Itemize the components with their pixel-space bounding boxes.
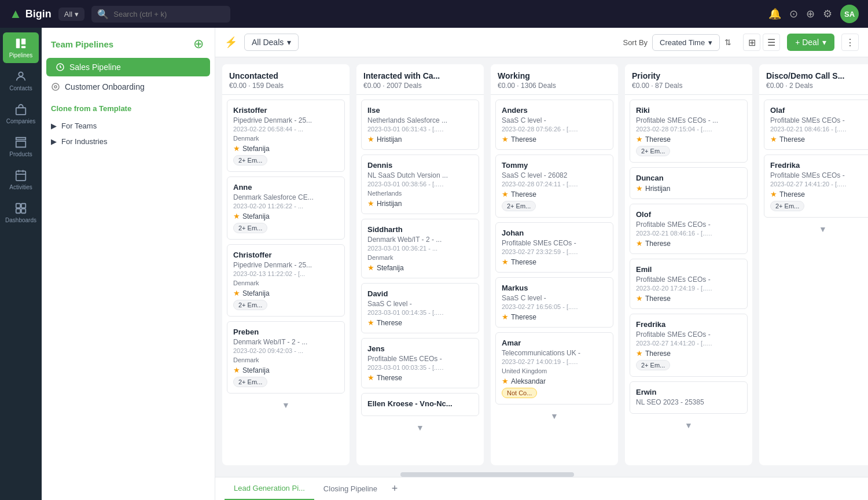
- filter-icon[interactable]: ⚡: [225, 36, 237, 49]
- deal-company-1-1: NL SaaS Dutch Version ...: [367, 171, 473, 179]
- template-for-teams[interactable]: ▶ For Teams: [42, 118, 215, 134]
- sidebar-item-products[interactable]: Products: [3, 131, 39, 162]
- deal-card-1-4[interactable]: JensProfitable SMEs CEOs -2023-03-01 00:…: [361, 338, 479, 388]
- add-pipeline-button[interactable]: ⊕: [192, 37, 205, 51]
- sort-order-icon[interactable]: ⇅: [724, 38, 731, 47]
- search-icon: 🔍: [97, 9, 109, 20]
- scroll-indicator-1[interactable]: ▼: [361, 421, 479, 435]
- deal-card-2-4[interactable]: AmarTelecommunications UK -2023-02-27 14…: [495, 332, 613, 405]
- scroll-indicator-2[interactable]: ▼: [495, 409, 613, 423]
- deal-card-0-2[interactable]: ChristofferPipedrive Denmark - 25...2023…: [227, 244, 345, 317]
- deal-card-0-3[interactable]: PrebenDenmark Web/IT - 2 - ...2023-02-20…: [227, 321, 345, 394]
- main-layout: Pipelines Contacts Companies Products Ac…: [0, 28, 868, 500]
- scroll-thumb[interactable]: [400, 472, 574, 477]
- owner-icon-2-2: ★: [502, 258, 509, 266]
- deal-tag-0-3[interactable]: 2+ Em...: [233, 377, 267, 387]
- deal-card-1-5[interactable]: Ellen Kroese - Vno-Nc...: [361, 393, 479, 416]
- sidebar-label-dashboards: Dashboards: [5, 217, 36, 223]
- more-options-button[interactable]: ⋮: [841, 34, 859, 51]
- all-deals-button[interactable]: All Deals ▾: [244, 34, 299, 51]
- deal-owner-2-2: ★Therese: [502, 258, 607, 266]
- sidebar-label-contacts: Contacts: [9, 85, 32, 91]
- deal-tag-0-1[interactable]: 2+ Em...: [233, 223, 267, 233]
- sidebar-item-companies[interactable]: Companies: [3, 98, 39, 129]
- deal-name-3-3: Emil: [636, 265, 741, 274]
- clone-section-header: Clone from a Template: [42, 96, 215, 118]
- owner-icon-0-2: ★: [233, 289, 240, 297]
- deal-card-3-1[interactable]: Duncan★Hristijan: [630, 167, 748, 199]
- add-deal-button[interactable]: + Deal ▾: [787, 34, 834, 51]
- deal-company-2-0: SaaS C level -: [502, 116, 607, 124]
- scroll-indicator-3[interactable]: ▼: [630, 418, 748, 432]
- deal-card-2-2[interactable]: JohanProfitable SMEs CEOs -2023-02-27 23…: [495, 222, 613, 273]
- all-dropdown[interactable]: All ▾: [58, 8, 84, 21]
- deal-card-0-0[interactable]: KristofferPipedrive Denmark - 25...2023-…: [227, 100, 345, 172]
- notification-icon[interactable]: 🔔: [768, 8, 781, 20]
- deal-country-1-1: Netherlands: [367, 190, 473, 197]
- add-icon[interactable]: ⊕: [806, 8, 815, 20]
- svg-rect-5: [16, 171, 26, 181]
- deal-company-1-2: Denmark Web/IT - 2 - ...: [367, 236, 473, 244]
- bottom-tab-lead-generation[interactable]: Lead Generation Pi...: [225, 477, 314, 500]
- deal-company-2-3: SaaS C level -: [502, 294, 607, 302]
- deal-card-0-1[interactable]: AnneDenmark Salesforce CE...2023-02-20 1…: [227, 177, 345, 240]
- column-cards-3: RikiProfitable SMEs CEOs - ...2023-02-28…: [625, 95, 752, 465]
- deal-card-3-2[interactable]: OlofProfitable SMEs CEOs -2023-02-21 08:…: [630, 204, 748, 254]
- deal-card-2-0[interactable]: AndersSaaS C level -2023-02-28 07:56:26 …: [495, 100, 613, 150]
- deal-company-3-4: Profitable SMEs CEOs -: [636, 330, 741, 339]
- deal-tag-3-4[interactable]: 2+ Em...: [636, 360, 670, 370]
- scroll-bar-area[interactable]: [215, 472, 868, 477]
- deal-card-3-0[interactable]: RikiProfitable SMEs CEOs - ...2023-02-28…: [630, 100, 748, 163]
- deal-card-3-4[interactable]: FredrikaProfitable SMEs CEOs -2023-02-27…: [630, 314, 748, 377]
- bottom-bar: Lead Generation Pi... Closing Pipeline +: [215, 477, 868, 500]
- deal-card-2-3[interactable]: MarkusSaaS C level -2023-02-27 16:56:05 …: [495, 277, 613, 328]
- chevron-for-industries: ▶: [51, 137, 57, 146]
- deal-card-3-3[interactable]: EmilProfitable SMEs CEOs -2023-02-20 17:…: [630, 259, 748, 309]
- avatar[interactable]: SA: [840, 5, 859, 23]
- deal-country-0-0: Denmark: [233, 135, 339, 142]
- search-input[interactable]: [113, 10, 225, 19]
- deal-tag-2-4[interactable]: Not Co...: [502, 388, 537, 398]
- scroll-indicator-0[interactable]: ▼: [227, 398, 345, 412]
- deal-name-1-1: Dennis: [367, 161, 473, 170]
- deal-card-3-5[interactable]: ErwinNL SEO 2023 - 25385: [630, 381, 748, 414]
- bottom-tab-closing[interactable]: Closing Pipeline: [314, 477, 387, 500]
- sort-field-dropdown[interactable]: Created Time ▾: [652, 34, 720, 51]
- deal-card-4-0[interactable]: OlafProfitable SMEs CEOs -2023-02-21 08:…: [764, 100, 868, 150]
- kanban-view-button[interactable]: ⊞: [743, 34, 760, 51]
- deal-card-2-1[interactable]: TommySaaS C level - 260822023-02-28 07:2…: [495, 155, 613, 218]
- deal-tag-0-2[interactable]: 2+ Em...: [233, 300, 267, 310]
- deal-date-0-1: 2023-02-20 11:26:22 - ...: [233, 203, 339, 209]
- search-bar[interactable]: 🔍: [91, 6, 230, 23]
- deal-tag-2-1[interactable]: 2+ Em...: [502, 201, 536, 211]
- deal-tag-0-0[interactable]: 2+ Em...: [233, 155, 267, 166]
- sidebar-item-dashboards[interactable]: Dashboards: [3, 197, 39, 228]
- column-title-3: Priority: [632, 71, 745, 80]
- scroll-indicator-4[interactable]: ▼: [764, 222, 868, 236]
- deal-card-1-0[interactable]: IlseNetherlands Salesforce ...2023-03-01…: [361, 100, 479, 150]
- logo: ▲ Bigin: [9, 6, 52, 21]
- sidebar-item-activities[interactable]: Activities: [3, 164, 39, 195]
- deal-company-3-0: Profitable SMEs CEOs - ...: [636, 116, 741, 124]
- owner-icon-0-1: ★: [233, 212, 240, 220]
- template-for-industries[interactable]: ▶ For Industries: [42, 134, 215, 149]
- sidebar-item-pipelines[interactable]: Pipelines: [3, 32, 39, 63]
- deal-country-1-2: Denmark: [367, 254, 473, 261]
- deal-card-1-2[interactable]: SiddharthDenmark Web/IT - 2 - ...2023-03…: [361, 219, 479, 278]
- sidebar-item-contacts[interactable]: Contacts: [3, 65, 39, 96]
- pipeline-item-sales[interactable]: Sales Pipeline: [46, 58, 210, 76]
- bottom-add-tab-button[interactable]: +: [387, 481, 403, 497]
- settings-icon[interactable]: ⚙: [823, 8, 832, 20]
- list-view-button[interactable]: ☰: [763, 34, 780, 51]
- deal-owner-1-2: ★Stefanija: [367, 263, 473, 272]
- deal-card-1-1[interactable]: DennisNL SaaS Dutch Version ...2023-03-0…: [361, 155, 479, 214]
- deal-card-4-1[interactable]: FredrikaProfitable SMEs CEOs -2023-02-27…: [764, 155, 868, 218]
- deal-card-1-3[interactable]: DavidSaaS C level -2023-03-01 00:14:35 -…: [361, 283, 479, 333]
- help-icon[interactable]: ⊙: [789, 8, 798, 20]
- deal-tag-4-1[interactable]: 2+ Em...: [770, 201, 804, 211]
- svg-point-11: [52, 83, 59, 90]
- deal-owner-3-1: ★Hristijan: [636, 184, 741, 193]
- owner-icon-4-1: ★: [770, 190, 777, 198]
- deal-tag-3-0[interactable]: 2+ Em...: [636, 146, 670, 156]
- pipeline-item-onboarding[interactable]: Customer Onboarding: [42, 78, 215, 96]
